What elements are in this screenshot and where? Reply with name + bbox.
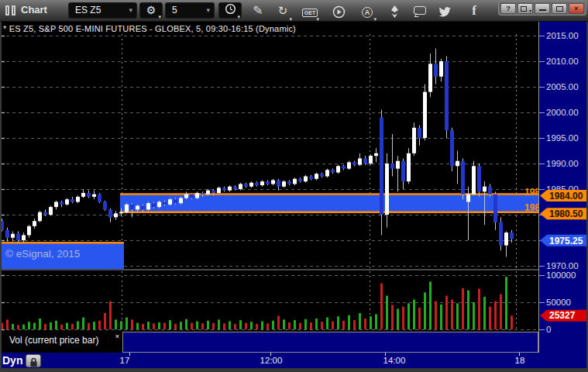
- symbol-combo[interactable]: ES Z5 ▾: [68, 2, 137, 19]
- price-level-badge-text: 1984.00: [549, 191, 583, 202]
- interval-value: 5: [172, 5, 177, 16]
- time-template-button[interactable]: ▾: [218, 2, 242, 19]
- time-axis-label: 12:00: [260, 356, 283, 365]
- minimize-button[interactable]: [535, 3, 550, 14]
- app-title: Chart: [21, 4, 47, 16]
- price-axis-label: 2000.00: [546, 108, 579, 117]
- time-axis-label: 18: [515, 356, 525, 365]
- volume-axis-label: 50000: [546, 298, 571, 307]
- draw-tool-button[interactable]: ✎: [248, 2, 268, 20]
- volume-axis-label: 0: [546, 325, 551, 334]
- speech-bubble-icon: [414, 6, 426, 15]
- pencil-icon: ✎: [253, 4, 263, 17]
- price-axis-label: 2015.00: [546, 31, 579, 40]
- window-icon: [5, 5, 18, 16]
- last-price-badge-text: 1975.25: [549, 236, 583, 246]
- lock-icon: [29, 357, 38, 367]
- facebook-share-button[interactable]: f: [464, 2, 484, 20]
- chevron-down-icon: ▾: [158, 14, 161, 19]
- window-controls: ? ▾ ×: [498, 1, 586, 16]
- price-level-badge-text: 1980.50: [549, 208, 583, 219]
- maximize-icon: [556, 6, 563, 12]
- maximize-button[interactable]: [552, 3, 567, 14]
- interval-combo[interactable]: 5 ▾: [165, 2, 215, 19]
- dyn-label: Dyn: [2, 354, 22, 367]
- chart-window: 2015.002010.002005.002000.001995.001990.…: [0, 0, 588, 372]
- current-volume-badge-text: 25327: [549, 310, 576, 321]
- chevron-down-icon: ▾: [373, 16, 377, 22]
- window-menu-button[interactable]: ▾: [518, 3, 533, 14]
- volume-indicator-label: Vol (current price bar): [9, 335, 98, 346]
- diamond-arrows-icon: [389, 5, 401, 19]
- volume-indicator-tag[interactable]: Vol (current price bar) ×: [2, 332, 122, 349]
- chevron-down-icon: ▾: [529, 9, 531, 13]
- replay-button[interactable]: [328, 2, 349, 20]
- lock-button[interactable]: [26, 354, 41, 367]
- symbol-settings-button[interactable]: ⚙▾: [139, 2, 163, 19]
- price-axis-label: 2010.00: [546, 57, 579, 66]
- twitter-share-button[interactable]: [435, 2, 455, 20]
- send-symbol-button[interactable]: [384, 2, 404, 20]
- chevron-down-icon: ▾: [289, 16, 292, 22]
- esignal-watermark: © eSignal, 2015: [5, 248, 80, 260]
- dynamic-session-control: Dyn: [2, 353, 41, 367]
- window-restore-icon: [521, 6, 527, 12]
- chevron-down-icon: ▾: [206, 3, 210, 18]
- symbol-value: ES Z5: [75, 5, 101, 16]
- gear-icon: ⚙: [146, 4, 156, 16]
- price-axis-label: 1995.00: [546, 133, 579, 143]
- price-axis-label: 1990.00: [546, 159, 579, 168]
- toolbar: Chart ES Z5 ▾ ⚙▾ 5 ▾ ▾ ✎ ↻▾ GET▾: [0, 0, 588, 22]
- reload-button[interactable]: ↻▾: [273, 2, 293, 20]
- help-button[interactable]: ?: [500, 3, 516, 14]
- chevron-down-icon: ▾: [129, 3, 132, 18]
- circular-arrow-icon: ↻: [278, 4, 288, 17]
- auto-button[interactable]: A▾: [357, 2, 377, 20]
- clock-icon: [225, 3, 236, 15]
- close-icon: ×: [574, 5, 578, 12]
- play-icon: [332, 5, 346, 19]
- chart-title: * ES Z5, S&P 500 E-MINI FUTURES - GLOBEX…: [3, 24, 296, 33]
- chat-button[interactable]: [410, 2, 430, 20]
- chart-scrollbar[interactable]: [123, 332, 538, 353]
- get-data-button[interactable]: GET▾: [300, 2, 320, 20]
- close-icon[interactable]: ×: [115, 332, 119, 340]
- minimize-icon: [539, 9, 546, 11]
- price-axis-label: 2005.00: [546, 82, 579, 91]
- close-button[interactable]: ×: [569, 3, 584, 14]
- chart-canvas[interactable]: 2015.002010.002005.002000.001995.001990.…: [0, 0, 588, 372]
- a-circle-icon: A: [362, 7, 373, 18]
- get-icon: GET: [302, 9, 318, 17]
- price-axis-label: 1970.00: [546, 261, 579, 270]
- time-axis-label: 17: [120, 356, 130, 365]
- twitter-bird-icon: [438, 6, 452, 18]
- chevron-down-icon: ▾: [237, 14, 240, 19]
- volume-axis-label: 100000: [546, 270, 576, 280]
- chevron-down-icon: ▾: [316, 16, 319, 22]
- time-axis[interactable]: [0, 353, 588, 368]
- time-axis-label: 14:00: [383, 356, 406, 365]
- facebook-icon: f: [472, 3, 476, 18]
